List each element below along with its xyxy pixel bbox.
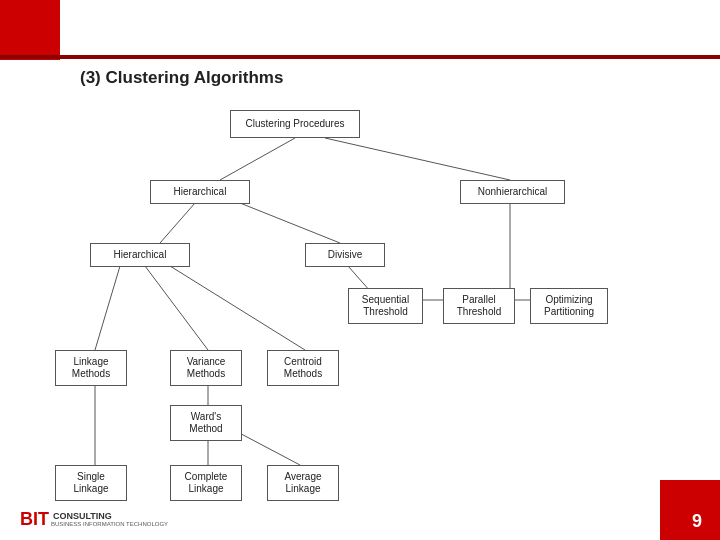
corner-decoration-tl [0, 0, 60, 60]
svg-line-1 [325, 138, 510, 180]
svg-line-9 [95, 266, 120, 350]
top-line-decoration [0, 55, 720, 59]
svg-line-0 [220, 138, 295, 180]
node-nonhierarchical: Nonhierarchical [460, 180, 565, 204]
logo-bit: BIT [20, 509, 49, 530]
node-clustering-procedures: Clustering Procedures [230, 110, 360, 138]
logo: BIT CONSULTING BUSINESS INFORMATION TECH… [20, 509, 168, 530]
svg-line-3 [240, 203, 340, 243]
svg-line-2 [160, 203, 195, 243]
svg-line-10 [145, 266, 208, 350]
diagram: Clustering Procedures Hierarchical Nonhi… [30, 100, 690, 480]
node-average-linkage: AverageLinkage [267, 465, 339, 501]
node-parallel-threshold: ParallelThreshold [443, 288, 515, 324]
node-hierarchical-main: Hierarchical [150, 180, 250, 204]
page-number: 9 [692, 511, 702, 532]
node-wards-method: Ward'sMethod [170, 405, 242, 441]
slide-title: (3) Clustering Algorithms [80, 68, 283, 88]
node-single-linkage: SingleLinkage [55, 465, 127, 501]
logo-sub: BUSINESS INFORMATION TECHNOLOGY [51, 521, 168, 527]
node-divisive: Divisive [305, 243, 385, 267]
node-optimizing-partitioning: OptimizingPartitioning [530, 288, 608, 324]
node-sequential-threshold: SequentialThreshold [348, 288, 423, 324]
logo-consulting: CONSULTING [53, 512, 168, 522]
node-complete-linkage: CompleteLinkage [170, 465, 242, 501]
node-variance-methods: VarianceMethods [170, 350, 242, 386]
svg-line-11 [170, 266, 305, 350]
node-linkage-methods: LinkageMethods [55, 350, 127, 386]
corner-decoration-br [660, 480, 720, 540]
node-centroid-methods: CentroidMethods [267, 350, 339, 386]
node-hierarchical-sub: Hierarchical [90, 243, 190, 267]
